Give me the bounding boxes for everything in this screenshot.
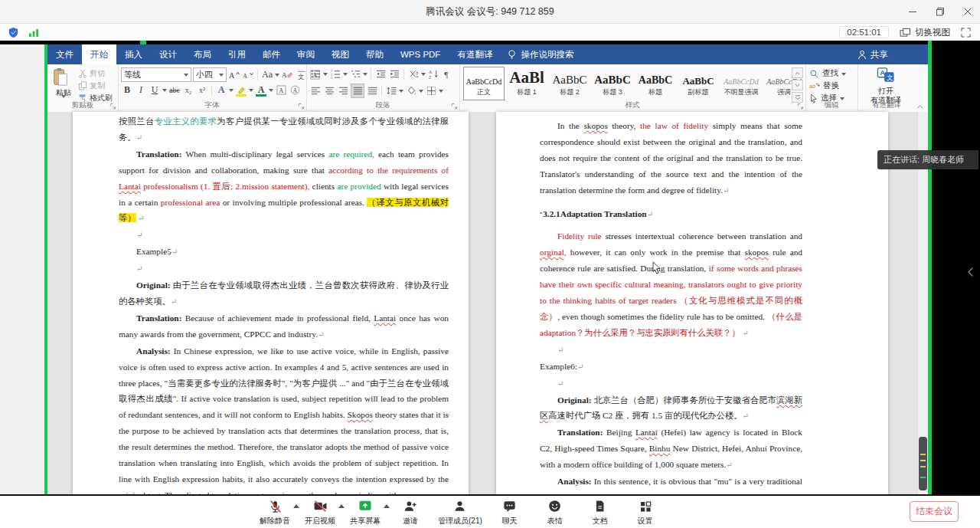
document-page-left[interactable]: 按照兰台专业主义的要求为客户提供某一专业领域或同时涉及多个专业领域的法律服务。↵… [73, 112, 469, 494]
increase-indent-button[interactable] [388, 67, 400, 80]
shading-button[interactable] [405, 84, 417, 97]
members-icon [452, 498, 467, 514]
clear-formatting-icon[interactable]: A [281, 68, 293, 81]
ribbon-tab-插入[interactable]: 插入 [116, 44, 151, 64]
borders-button[interactable] [425, 84, 437, 97]
font-name-select[interactable]: 等线 [121, 67, 191, 82]
decrease-indent-button[interactable] [374, 67, 387, 80]
superscript-button[interactable]: x² [196, 84, 208, 97]
end-meeting-button[interactable]: 结束会议 [910, 501, 959, 522]
style-card-标题 1[interactable]: AaBl标题 1 [506, 67, 547, 100]
ribbon-tab-开始[interactable]: 开始 [82, 44, 116, 64]
enclose-character-icon[interactable]: A [289, 84, 301, 97]
toolbar-button-文档[interactable]: 文档 [583, 498, 618, 526]
tencent-meeting-window: 腾讯会议 会议号: 949 712 859 02:51:01 切换视图 文件开始… [0, 0, 980, 528]
underline-button[interactable]: U [149, 84, 161, 97]
shield-icon[interactable] [8, 27, 19, 38]
style-card-正文[interactable]: AaBbCcDd正文 [463, 67, 505, 100]
document-area[interactable]: 按照兰台专业主义的要求为客户提供某一专业领域或同时涉及多个专业领域的法律服务。↵… [47, 112, 928, 494]
ribbon-tab-文件[interactable]: 文件 [47, 44, 82, 64]
open-youdao-button[interactable]: A文 打开 有道翻译 [864, 67, 908, 106]
caret-up-icon[interactable] [338, 504, 345, 508]
toolbar-button-解除静音[interactable]: 解除静音 [257, 498, 292, 526]
apps-icon [639, 498, 652, 514]
change-case-button[interactable]: Aa [261, 68, 273, 81]
ribbon-tab-引用[interactable]: 引用 [220, 44, 254, 64]
switch-view-button[interactable]: 切换视图 [900, 27, 950, 38]
toolbar-button-开启视频[interactable]: 开启视频 [302, 498, 338, 526]
document-paragraph: Analysis: In Chinese expression, we like… [119, 343, 449, 503]
ribbon-tab-邮件[interactable]: 邮件 [254, 44, 289, 64]
grow-font-button[interactable]: A [228, 68, 240, 81]
show-marks-button[interactable]: ¶ [441, 67, 453, 80]
bullets-button[interactable] [309, 67, 322, 80]
cut-button[interactable]: 剪切 [78, 68, 113, 79]
ribbon-tab-WPS PDF[interactable]: WPS PDF [392, 44, 449, 64]
document-page-right[interactable]: In the skopos theory, the law of fidelit… [496, 112, 888, 494]
toolbar-button-聊天[interactable]: 聊天 [492, 498, 528, 526]
fullscreen-icon[interactable] [961, 28, 971, 38]
dialog-launcher-icon[interactable] [451, 103, 458, 110]
align-right-button[interactable] [337, 84, 349, 97]
font-color-button[interactable]: A [255, 84, 267, 97]
italic-button[interactable]: I [135, 84, 147, 97]
scrollbar-thumb[interactable] [919, 437, 927, 490]
numbering-button[interactable]: 123 [329, 67, 341, 80]
multilevel-list-button[interactable] [349, 67, 361, 80]
styles-scroll-up-icon[interactable] [792, 67, 803, 78]
ribbon-tab-布局[interactable]: 布局 [185, 44, 220, 64]
shrink-font-button[interactable]: A [242, 68, 254, 81]
toolbar-button-设置[interactable]: 设置 [628, 498, 663, 526]
share-document-button[interactable]: 共享 [858, 44, 888, 64]
styles-scroll-down-icon[interactable] [792, 80, 803, 90]
asian-layout-button[interactable] [407, 67, 420, 80]
close-icon[interactable] [963, 7, 972, 16]
toolbar-button-邀请[interactable]: 邀请 [393, 498, 428, 526]
style-card-标题[interactable]: AaBbC标题 [635, 67, 676, 100]
align-left-button[interactable] [309, 84, 322, 97]
distribute-button[interactable] [366, 84, 378, 97]
ribbon-tab-帮助[interactable]: 帮助 [358, 44, 392, 64]
toolbar-button-共享屏幕[interactable]: 共享屏幕 [348, 498, 383, 526]
bold-button[interactable]: B [121, 84, 133, 97]
minimize-icon[interactable] [908, 7, 917, 16]
character-shading-icon[interactable]: A [275, 84, 287, 97]
replace-button[interactable]: ab替换 [809, 80, 839, 91]
strikethrough-button[interactable]: abc [168, 84, 181, 97]
dialog-launcher-icon[interactable] [109, 103, 116, 110]
text-effects-button[interactable]: A [215, 84, 227, 97]
tell-me-search[interactable]: 操作说明搜索 [507, 44, 573, 64]
ribbon-tab-审阅[interactable]: 审阅 [289, 44, 323, 64]
subscript-button[interactable]: x₂ [182, 84, 194, 97]
dialog-launcher-icon[interactable] [797, 103, 804, 110]
justify-button[interactable] [351, 84, 364, 98]
ribbon-tab-视图[interactable]: 视图 [323, 44, 358, 64]
maximize-icon[interactable] [936, 7, 945, 16]
toolbar-button-管理成员(21)[interactable]: 管理成员(21) [438, 498, 482, 526]
style-card-标题 3[interactable]: AaBbC标题 3 [592, 67, 633, 100]
style-card-副标题[interactable]: AaBbC副标题 [678, 67, 719, 100]
caret-up-icon[interactable] [293, 504, 299, 508]
collapse-ribbon-icon[interactable] [916, 104, 924, 110]
font-group: 等线 小四 A A Aa A 文 A B I U abc x₂ x² A A [118, 64, 307, 111]
style-card-不明显强调[interactable]: AaBbCcDd不明显强调 [720, 67, 762, 100]
style-card-标题 2[interactable]: AaBbC标题 2 [549, 67, 590, 100]
paragraph-row-1: 123 AZ ¶ [309, 67, 453, 80]
align-center-button[interactable] [323, 84, 335, 97]
phonetic-guide-icon[interactable]: 文 [295, 68, 307, 81]
ribbon-tab-设计[interactable]: 设计 [151, 44, 185, 64]
caret-up-icon[interactable] [384, 504, 390, 508]
font-size-select[interactable]: 小四 [193, 67, 227, 82]
find-button[interactable]: 查找 [809, 68, 846, 79]
ribbon-tab-有道翻译[interactable]: 有道翻译 [449, 44, 501, 64]
toolbar-button-表情[interactable]: 表情 [537, 498, 573, 526]
highlight-color-button[interactable] [235, 84, 247, 97]
font-color-swatch [256, 94, 266, 97]
signal-bars-icon[interactable] [28, 28, 40, 38]
panel-collapse-chevron-icon[interactable] [967, 267, 974, 277]
dialog-launcher-icon[interactable] [298, 103, 305, 110]
sort-button[interactable]: AZ [427, 67, 439, 80]
line-spacing-button[interactable] [385, 84, 397, 97]
text-run: Lantai [374, 313, 396, 323]
copy-button[interactable]: 复制 [78, 80, 113, 91]
